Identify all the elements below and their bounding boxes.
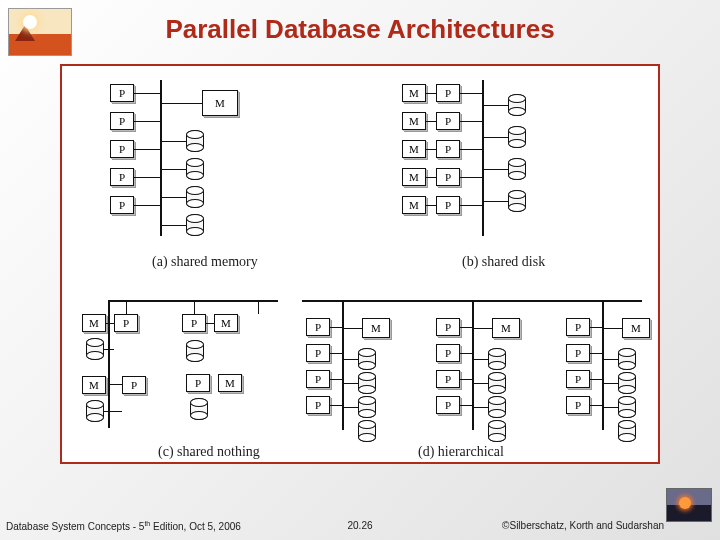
disk-icon <box>358 420 376 442</box>
box-m: M <box>402 196 426 214</box>
bus-c-v <box>108 300 110 428</box>
wire <box>484 137 508 138</box>
wire <box>258 300 259 314</box>
disk-icon <box>186 130 204 152</box>
disk-icon <box>488 348 506 370</box>
box-p: P <box>306 370 330 388</box>
wire <box>460 405 472 406</box>
bus-d1 <box>342 300 344 430</box>
caption-b: (b) shared disk <box>462 254 545 270</box>
box-p: P <box>182 314 206 332</box>
wire <box>484 201 508 202</box>
wire <box>104 411 122 412</box>
disk-icon <box>186 214 204 236</box>
caption-c: (c) shared nothing <box>158 444 260 460</box>
disk-icon <box>618 396 636 418</box>
disk-icon <box>618 348 636 370</box>
wire <box>460 93 482 94</box>
disk-icon <box>186 340 204 362</box>
disk-icon <box>488 396 506 418</box>
wire <box>330 353 342 354</box>
disk-icon <box>508 158 526 180</box>
wire <box>460 177 482 178</box>
wire <box>474 407 488 408</box>
wire <box>134 205 160 206</box>
footer-right: ©Silberschatz, Korth and Sudarshan <box>502 520 664 531</box>
wire <box>134 121 160 122</box>
box-p: P <box>110 84 134 102</box>
disk-icon <box>618 372 636 394</box>
disk-icon <box>508 94 526 116</box>
disk-icon <box>488 372 506 394</box>
wire <box>344 359 358 360</box>
wire <box>162 225 186 226</box>
wire <box>194 300 195 314</box>
wire <box>604 328 622 329</box>
disk-icon <box>618 420 636 442</box>
box-p: P <box>110 140 134 158</box>
box-p: P <box>566 344 590 362</box>
wire <box>162 103 202 104</box>
box-p: P <box>122 376 146 394</box>
box-p: P <box>436 168 460 186</box>
box-p: P <box>186 374 210 392</box>
disk-icon <box>508 126 526 148</box>
wire <box>484 105 508 106</box>
wire <box>344 407 358 408</box>
caption-a: (a) shared memory <box>152 254 258 270</box>
wire <box>426 205 436 206</box>
wire <box>426 177 436 178</box>
box-m: M <box>402 112 426 130</box>
box-p: P <box>566 370 590 388</box>
wire <box>590 405 602 406</box>
bus-d2 <box>472 300 474 430</box>
box-p: P <box>436 140 460 158</box>
box-m: M <box>218 374 242 392</box>
box-p: P <box>436 318 460 336</box>
box-p: P <box>114 314 138 332</box>
box-p: P <box>436 196 460 214</box>
wire <box>460 379 472 380</box>
wire <box>604 383 618 384</box>
disk-icon <box>186 158 204 180</box>
box-p: P <box>306 318 330 336</box>
box-m: M <box>214 314 238 332</box>
wire <box>604 359 618 360</box>
box-p: P <box>566 318 590 336</box>
bus-c-h <box>108 300 278 302</box>
wire <box>134 177 160 178</box>
wire <box>162 169 186 170</box>
disk-icon <box>358 348 376 370</box>
box-p: P <box>306 396 330 414</box>
box-p: P <box>110 168 134 186</box>
box-p: P <box>436 84 460 102</box>
box-p: P <box>306 344 330 362</box>
box-p: P <box>436 112 460 130</box>
wire <box>330 327 342 328</box>
architecture-diagram: P P P P P M (a) shared memory M P M P M … <box>60 64 660 464</box>
box-m: M <box>362 318 390 338</box>
box-m: M <box>202 90 238 116</box>
logo-sunset <box>666 488 712 522</box>
wire <box>134 149 160 150</box>
wire <box>590 327 602 328</box>
wire <box>206 323 214 324</box>
disk-icon <box>190 398 208 420</box>
wire <box>104 349 114 350</box>
wire <box>426 149 436 150</box>
disk-icon <box>186 186 204 208</box>
disk-icon <box>358 372 376 394</box>
footer: Database System Concepts - 5th Edition, … <box>0 520 720 536</box>
wire <box>330 405 342 406</box>
bus-d3 <box>602 300 604 430</box>
bus-b <box>482 80 484 236</box>
disk-icon <box>86 338 104 360</box>
slide-title: Parallel Database Architectures <box>0 14 720 45</box>
caption-d: (d) hierarchical <box>418 444 504 460</box>
wire <box>106 323 114 324</box>
box-m: M <box>82 376 106 394</box>
wire <box>426 93 436 94</box>
box-p: P <box>436 344 460 362</box>
box-p: P <box>436 396 460 414</box>
disk-icon <box>358 396 376 418</box>
